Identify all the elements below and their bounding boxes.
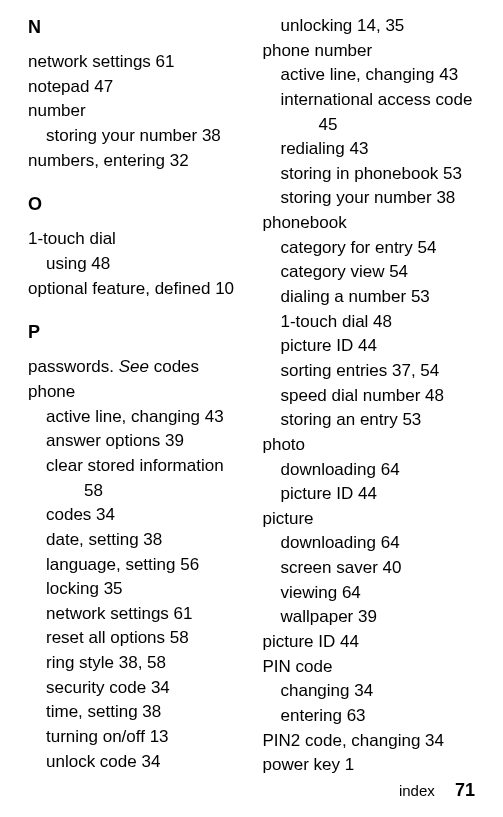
index-subentry: wallpaper 39 xyxy=(263,605,476,630)
index-subentry: using 48 xyxy=(28,252,241,277)
index-entry: power key 1 xyxy=(263,753,476,778)
index-subentry: unlock code 34 xyxy=(28,750,241,775)
index-subentry: date, setting 38 xyxy=(28,528,241,553)
index-entry: numbers, entering 32 xyxy=(28,149,241,174)
section-header-p: P xyxy=(28,319,241,345)
index-subentry: entering 63 xyxy=(263,704,476,729)
index-subentry: speed dial number 48 xyxy=(263,384,476,409)
index-subentry: storing your number 38 xyxy=(263,186,476,211)
index-entry: phonebook xyxy=(263,211,476,236)
index-entry: network settings 61 xyxy=(28,50,241,75)
index-subentry: international access code xyxy=(263,88,476,113)
index-entry: PIN2 code, changing 34 xyxy=(263,729,476,754)
index-subentry: storing your number 38 xyxy=(28,124,241,149)
index-subentry: locking 35 xyxy=(28,577,241,602)
index-subentry: storing in phonebook 53 xyxy=(263,162,476,187)
left-column: N network settings 61 notepad 47 number … xyxy=(28,14,241,778)
index-subentry: codes 34 xyxy=(28,503,241,528)
entry-text: codes xyxy=(149,357,199,376)
index-entry: PIN code xyxy=(263,655,476,680)
index-entry: phone number xyxy=(263,39,476,64)
index-subentry: viewing 64 xyxy=(263,581,476,606)
index-subentry: language, setting 56 xyxy=(28,553,241,578)
entry-text: passwords. xyxy=(28,357,119,376)
page-footer: index 71 xyxy=(399,777,475,803)
index-subentry: answer options 39 xyxy=(28,429,241,454)
page-number: 71 xyxy=(455,780,475,800)
index-subentry: active line, changing 43 xyxy=(263,63,476,88)
index-subentry: network settings 61 xyxy=(28,602,241,627)
index-entry: notepad 47 xyxy=(28,75,241,100)
index-entry: picture xyxy=(263,507,476,532)
index-subentry: sorting entries 37, 54 xyxy=(263,359,476,384)
index-entry: photo xyxy=(263,433,476,458)
index-entry: phone xyxy=(28,380,241,405)
index-entry: optional feature, defined 10 xyxy=(28,277,241,302)
index-subentry: time, setting 38 xyxy=(28,700,241,725)
index-subentry-cont: 58 xyxy=(28,479,241,504)
index-subentry: downloading 64 xyxy=(263,458,476,483)
index-subentry: security code 34 xyxy=(28,676,241,701)
index-subentry: ring style 38, 58 xyxy=(28,651,241,676)
index-subentry: reset all options 58 xyxy=(28,626,241,651)
footer-label: index xyxy=(399,782,435,799)
index-subentry: picture ID 44 xyxy=(263,482,476,507)
index-subentry: 1-touch dial 48 xyxy=(263,310,476,335)
index-entry: 1-touch dial xyxy=(28,227,241,252)
index-page: N network settings 61 notepad 47 number … xyxy=(0,0,503,778)
index-subentry: category for entry 54 xyxy=(263,236,476,261)
see-text: See xyxy=(119,357,149,376)
index-subentry-cont: 45 xyxy=(263,113,476,138)
index-subentry: category view 54 xyxy=(263,260,476,285)
index-subentry: clear stored information xyxy=(28,454,241,479)
index-subentry: storing an entry 53 xyxy=(263,408,476,433)
index-subentry: picture ID 44 xyxy=(263,334,476,359)
index-subentry: unlocking 14, 35 xyxy=(263,14,476,39)
index-subentry: redialing 43 xyxy=(263,137,476,162)
right-column: unlocking 14, 35 phone number active lin… xyxy=(263,14,476,778)
index-entry: picture ID 44 xyxy=(263,630,476,655)
index-subentry: active line, changing 43 xyxy=(28,405,241,430)
section-header-n: N xyxy=(28,14,241,40)
index-subentry: changing 34 xyxy=(263,679,476,704)
index-subentry: turning on/off 13 xyxy=(28,725,241,750)
index-subentry: screen saver 40 xyxy=(263,556,476,581)
section-header-o: O xyxy=(28,191,241,217)
index-entry: passwords. See codes xyxy=(28,355,241,380)
index-entry: number xyxy=(28,99,241,124)
index-subentry: downloading 64 xyxy=(263,531,476,556)
index-subentry: dialing a number 53 xyxy=(263,285,476,310)
